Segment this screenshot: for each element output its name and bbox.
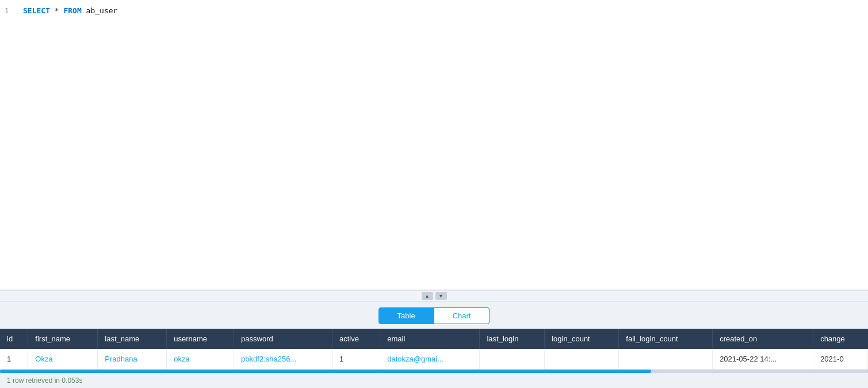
col-header-last-login: last_login (480, 329, 545, 349)
col-header-active: active (332, 329, 380, 349)
scrollbar-thumb (0, 370, 651, 373)
tab-table[interactable]: Table (378, 307, 434, 324)
cell-id: 1 (0, 349, 28, 370)
tab-chart[interactable]: Chart (434, 307, 490, 324)
results-area: Table Chart id first_name last_name user… (0, 302, 868, 388)
horizontal-scrollbar[interactable] (0, 370, 868, 373)
resize-handle[interactable]: ▲ ▼ (0, 290, 868, 302)
col-header-change: change (813, 329, 868, 349)
col-header-first-name: first_name (28, 329, 98, 349)
resize-up-arrow: ▲ (422, 292, 433, 300)
sql-table-name: ab_user (86, 6, 118, 15)
cell-last-name: Pradhana (98, 349, 167, 370)
line-number: 1 (5, 5, 16, 17)
cell-username: okza (167, 349, 234, 370)
cell-first-name: Okza (28, 349, 98, 370)
col-header-email: email (380, 329, 480, 349)
status-text: 1 row retrieved in 0.053s (7, 376, 82, 385)
cell-login-count (545, 349, 619, 370)
sql-content: SELECT * FROM ab_user (23, 5, 117, 17)
status-bar: 1 row retrieved in 0.053s (0, 373, 868, 388)
resize-down-arrow: ▼ (435, 292, 447, 300)
cell-fail-login-count (619, 349, 713, 370)
cell-password: pbkdf2:sha256... (234, 349, 332, 370)
col-header-last-name: last_name (98, 329, 167, 349)
table-header-row: id first_name last_name username passwor… (0, 329, 868, 349)
col-header-fail-login-count: fail_login_count (619, 329, 713, 349)
keyword-select: SELECT (23, 6, 50, 15)
table-container[interactable]: id first_name last_name username passwor… (0, 329, 868, 370)
col-header-created-on: created_on (713, 329, 813, 349)
col-header-username: username (167, 329, 234, 349)
cell-last-login (480, 349, 545, 370)
cell-created-on: 2021-05-22 14:... (713, 349, 813, 370)
sql-star: * (55, 6, 64, 15)
cell-change: 2021-0 (813, 349, 868, 370)
table-row: 1 Okza Pradhana okza pbkdf2:sha256... 1 … (0, 349, 868, 370)
tab-bar: Table Chart (0, 302, 868, 329)
col-header-login-count: login_count (545, 329, 619, 349)
cell-active: 1 (332, 349, 380, 370)
resize-arrows: ▲ ▼ (422, 292, 447, 300)
sql-editor[interactable]: 1 SELECT * FROM ab_user (0, 0, 868, 290)
sql-line-1: 1 SELECT * FROM ab_user (0, 5, 868, 17)
keyword-from: FROM (63, 6, 81, 15)
col-header-password: password (234, 329, 332, 349)
cell-email: datokza@gmai... (380, 349, 480, 370)
data-table: id first_name last_name username passwor… (0, 329, 868, 370)
col-header-id: id (0, 329, 28, 349)
